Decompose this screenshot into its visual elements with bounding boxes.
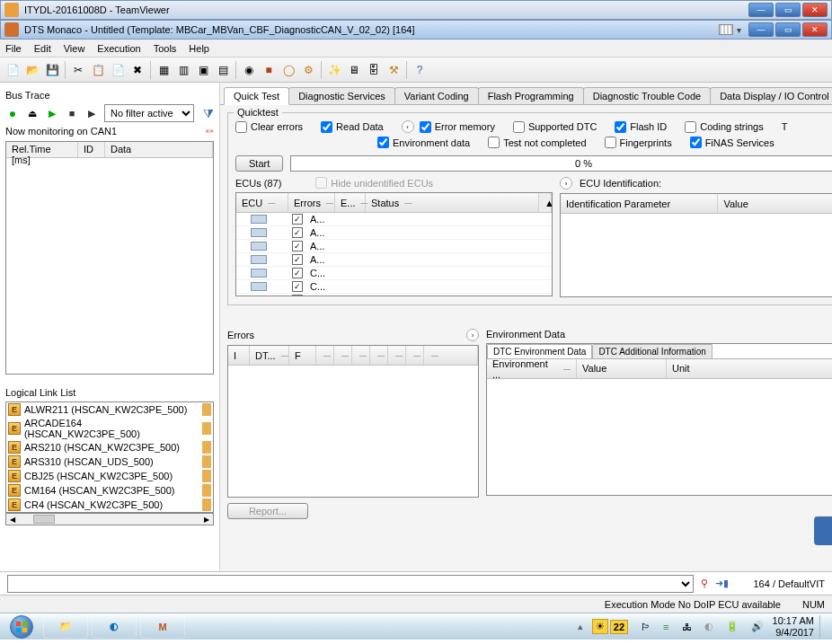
bottom-combo[interactable] xyxy=(7,575,694,593)
ecu-row[interactable]: ✓C... xyxy=(236,280,552,294)
menu-edit[interactable]: Edit xyxy=(34,43,51,54)
chk-read-data[interactable] xyxy=(321,121,332,133)
tv-close-button[interactable]: ✕ xyxy=(802,3,828,17)
app-close-button[interactable]: ✕ xyxy=(802,22,828,37)
chk-clear-errors[interactable] xyxy=(235,121,247,133)
tool-paste-icon[interactable]: 📄 xyxy=(109,61,127,79)
link-list-item[interactable]: EARCADE164 (HSCAN_KW2C3PE_500) xyxy=(6,417,213,440)
tool-layout4-icon[interactable]: ▤ xyxy=(214,61,232,79)
ecu-grid[interactable]: ECU— Errors— E...— Status— ▲ ✓A...✓A...✓… xyxy=(235,192,553,296)
tab-flash-programming[interactable]: Flash Programming xyxy=(478,87,584,104)
link-list-item[interactable]: ECBJ25 (HSCAN_KW2C3PE_500) xyxy=(6,469,213,483)
eraser-icon[interactable]: ✏ xyxy=(206,126,214,137)
tool-layout1-icon[interactable]: ▦ xyxy=(155,61,173,79)
link-list-item[interactable]: ECM164 (HSCAN_KW2C3PE_500) xyxy=(6,483,213,498)
tab-dtc-env[interactable]: DTC Environment Data xyxy=(487,344,592,358)
errors-nav-icon[interactable]: › xyxy=(466,329,479,341)
tool-wand-icon[interactable]: ✨ xyxy=(325,61,343,79)
nav-ecu-icon[interactable]: › xyxy=(560,177,572,190)
col-data[interactable]: Data xyxy=(105,142,213,157)
logical-link-list[interactable]: EALWR211 (HSCAN_KW2C3PE_500)EARCADE164 (… xyxy=(5,401,214,513)
tool-open-icon[interactable]: 📂 xyxy=(23,61,41,79)
tool-monitor-icon[interactable]: 🖥 xyxy=(345,61,363,79)
col-id[interactable]: ID xyxy=(78,142,105,157)
tray-clock[interactable]: 10:17 AM 9/4/2017 xyxy=(773,615,814,637)
link-list-item[interactable]: EARS210 (HSCAN_KW2C3PE_500) xyxy=(6,440,213,454)
tray-flag-icon[interactable]: 🏳 xyxy=(637,622,654,632)
tv-maximize-button[interactable]: ▭ xyxy=(775,3,801,17)
show-desktop[interactable] xyxy=(819,615,827,639)
teamviewer-side-tab[interactable] xyxy=(814,516,832,545)
ecu-row[interactable]: ✓C... xyxy=(236,294,552,296)
tray-weather[interactable]: ☀22 xyxy=(589,619,632,634)
tv-minimize-button[interactable]: — xyxy=(748,3,774,17)
tray-expand-icon[interactable]: ▴ xyxy=(578,621,583,632)
tab-dtc-additional[interactable]: DTC Additional Information xyxy=(592,344,713,358)
tray-volume-icon[interactable]: 🔊 xyxy=(748,621,767,632)
tab-diagnostic-services[interactable]: Diagnostic Services xyxy=(288,87,395,104)
start-button[interactable]: Start xyxy=(235,155,283,172)
chevron-down-icon[interactable]: ▾ xyxy=(737,25,741,35)
tray-battery-icon[interactable]: 🔋 xyxy=(722,621,742,632)
tool-db-icon[interactable]: 🗄 xyxy=(365,61,383,79)
app-maximize-button[interactable]: ▭ xyxy=(775,22,801,37)
ecu-row[interactable]: ✓A... xyxy=(236,213,552,226)
tool-cfg-icon[interactable]: ⚒ xyxy=(385,61,403,79)
menu-view[interactable]: View xyxy=(64,43,85,54)
tool-delete-icon[interactable]: ✖ xyxy=(128,61,146,79)
menu-tools[interactable]: Tools xyxy=(154,43,177,54)
tool-gear-icon[interactable]: ⚙ xyxy=(299,61,317,79)
tray-unknown-icon[interactable]: ◐ xyxy=(701,621,717,632)
task-dts-monaco[interactable]: M xyxy=(140,615,185,639)
tool-new-icon[interactable]: 📄 xyxy=(4,61,22,79)
chk-fingerprints[interactable] xyxy=(605,137,616,148)
tab-quick-test[interactable]: Quick Test xyxy=(224,87,289,105)
tool-save-icon[interactable]: 💾 xyxy=(43,61,61,79)
tray-network-icon[interactable]: 🖧 xyxy=(678,622,695,632)
flag-icon[interactable]: ▶ xyxy=(84,106,99,120)
plug-icon[interactable]: ⚲ xyxy=(701,578,708,589)
hscrollbar[interactable]: ◀ ▶ xyxy=(5,513,214,525)
door-icon[interactable]: ➜▮ xyxy=(715,578,729,589)
report-button[interactable]: Report... xyxy=(227,503,308,519)
tab-dtc[interactable]: Diagnostic Trouble Code xyxy=(583,87,711,104)
app-minimize-button[interactable]: — xyxy=(748,22,774,37)
tool-copy-icon[interactable]: 📋 xyxy=(89,61,107,79)
tool-layout2-icon[interactable]: ▥ xyxy=(174,61,192,79)
tab-variant-coding[interactable]: Variant Coding xyxy=(394,87,479,104)
chk-test-not-completed[interactable] xyxy=(488,137,500,148)
identification-grid[interactable]: Identification Parameter Value xyxy=(560,193,832,297)
chk-error-memory[interactable] xyxy=(420,121,431,133)
chk-supported-dtc[interactable] xyxy=(513,121,525,133)
tool-target-icon[interactable]: ◉ xyxy=(240,61,258,79)
tab-data-display[interactable]: Data Display / IO Control xyxy=(710,87,832,104)
errors-grid[interactable]: I DT...— F — — — — — — — xyxy=(227,345,479,498)
chk-environment-data[interactable] xyxy=(377,137,389,148)
tool-stop-icon[interactable]: ■ xyxy=(260,61,278,79)
menu-execution[interactable]: Execution xyxy=(97,43,140,54)
task-explorer[interactable]: 📁 xyxy=(43,615,88,639)
ecu-row[interactable]: ✓A... xyxy=(236,240,552,253)
ecu-row[interactable]: ✓C... xyxy=(236,267,552,280)
play-icon[interactable]: ▶ xyxy=(45,106,59,120)
stop-icon[interactable]: ■ xyxy=(65,106,79,120)
layout-grid-icon[interactable] xyxy=(719,24,733,35)
task-teamviewer[interactable]: ◐ xyxy=(92,615,137,639)
col-reltime[interactable]: Rel.Time [ms] xyxy=(6,142,78,157)
tool-cut-icon[interactable]: ✂ xyxy=(69,61,87,79)
eject-icon[interactable]: ⏏ xyxy=(25,106,40,120)
link-list-item[interactable]: ECR4 (HSCAN_KW2C3PE_500) xyxy=(6,498,213,512)
menu-file[interactable]: File xyxy=(5,43,22,54)
tool-circle-icon[interactable]: ◯ xyxy=(279,61,297,79)
chk-coding-strings[interactable] xyxy=(685,121,696,133)
funnel-icon[interactable]: ⧩ xyxy=(203,106,214,121)
tray-stack-icon[interactable]: ≡ xyxy=(659,622,672,632)
record-icon[interactable]: ● xyxy=(5,106,20,120)
ecu-row[interactable]: ✓A... xyxy=(236,226,552,240)
filter-select[interactable]: No filter active xyxy=(104,104,194,122)
nav-left-icon[interactable]: ‹ xyxy=(402,120,414,133)
link-list-item[interactable]: EALWR211 (HSCAN_KW2C3PE_500) xyxy=(6,402,213,417)
menu-help[interactable]: Help xyxy=(189,43,209,54)
tool-help-icon[interactable]: ? xyxy=(411,61,429,79)
tool-layout3-icon[interactable]: ▣ xyxy=(194,61,212,79)
